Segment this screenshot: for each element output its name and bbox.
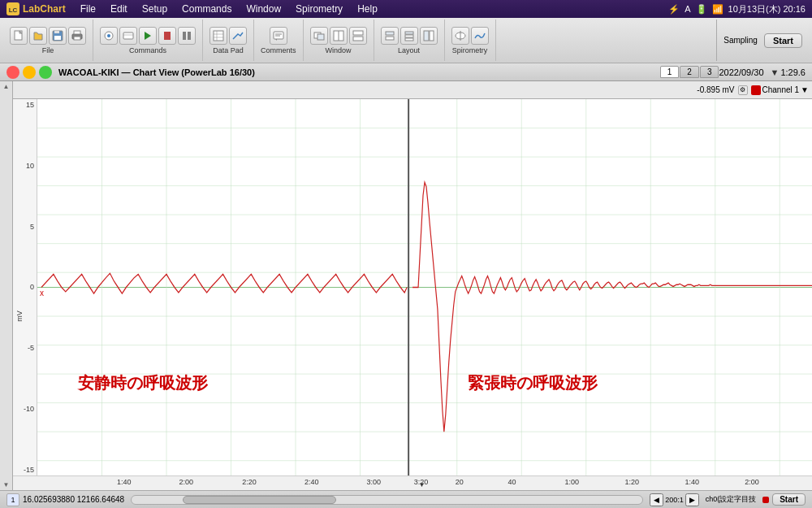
cmd-btn-2[interactable] xyxy=(119,27,137,45)
channel-dropdown-icon[interactable]: ▼ xyxy=(801,85,809,94)
minimize-btn[interactable] xyxy=(23,66,36,79)
chart-tab-3[interactable]: 3 xyxy=(700,66,719,78)
left-panel-top: ▲ xyxy=(3,83,10,90)
x-tick-divider: ▼ xyxy=(419,481,425,488)
menu-commands[interactable]: Commands xyxy=(175,2,238,15)
cmd-btn-1[interactable] xyxy=(100,27,118,45)
zoom-in-button[interactable]: ▶ xyxy=(685,493,699,506)
y-tick-n10: -10 xyxy=(13,405,37,413)
maximize-btn[interactable] xyxy=(39,66,52,79)
scroll-bar[interactable] xyxy=(131,495,643,505)
value-icon[interactable]: ⚙ xyxy=(738,85,748,95)
spirometry-group-label: Spirometry xyxy=(452,46,488,54)
svg-point-10 xyxy=(107,34,110,37)
chart-canvas-area: mV 15 10 5 0 -5 -10 -15 xyxy=(13,99,812,475)
menu-help[interactable]: Help xyxy=(351,2,384,15)
svg-rect-7 xyxy=(74,31,80,34)
svg-rect-37 xyxy=(430,31,434,41)
zoom-out-button[interactable]: ◀ xyxy=(650,493,663,506)
toolbar-spacer xyxy=(496,20,717,61)
x-tick-r40: 40 xyxy=(508,478,516,486)
new-button[interactable] xyxy=(10,27,28,45)
wifi-signal-icon: 📶 xyxy=(712,4,723,15)
status-left: 1 16.025693880 12166.64648 xyxy=(6,493,124,506)
left-signal xyxy=(41,273,407,293)
cmd-btn-5[interactable] xyxy=(178,27,196,45)
bluetooth-icon: ⚡ xyxy=(668,4,680,15)
menu-edit[interactable]: Edit xyxy=(104,2,134,15)
svg-rect-14 xyxy=(164,32,171,40)
window-btn-3[interactable] xyxy=(349,27,367,45)
chart-left-panel: ▲ ▼ xyxy=(0,81,13,490)
svg-marker-13 xyxy=(145,32,151,40)
channel-selector: Channel 1 ▼ xyxy=(751,85,810,95)
status-bar: 1 16.025693880 12166.64648 ◀ 200:1 ▶ ch0… xyxy=(0,490,812,508)
window-buttons xyxy=(310,27,367,45)
status-tab[interactable]: 1 xyxy=(6,493,19,506)
save-button[interactable] xyxy=(49,27,67,45)
datapad-btn-1[interactable] xyxy=(209,27,227,45)
left-panel-bottom: ▼ xyxy=(3,481,10,488)
menu-setup[interactable]: Setup xyxy=(136,2,174,15)
svg-rect-5 xyxy=(54,31,59,33)
menu-file[interactable]: File xyxy=(74,2,102,15)
x-tick-300: 3:00 xyxy=(367,478,382,486)
status-right: ◀ 200:1 ▶ ch0(設定字目技 Start xyxy=(650,493,806,506)
layout-btn-1[interactable] xyxy=(381,27,399,45)
comments-buttons xyxy=(270,27,287,45)
x-tick-200: 2:00 xyxy=(179,478,194,486)
chart-tab-2[interactable]: 2 xyxy=(680,66,699,78)
wifi-icon: A xyxy=(685,4,690,14)
menubar: LC LabChart File Edit Setup Commands Win… xyxy=(0,0,812,18)
value-settings-icon: ⚙ xyxy=(740,86,745,93)
spirometry-btn-1[interactable] xyxy=(451,27,469,45)
close-btn[interactable] xyxy=(6,66,19,79)
status-start-button[interactable]: Start xyxy=(772,493,806,506)
spirometry-btn-2[interactable] xyxy=(471,27,489,45)
y-tick-n5: -5 xyxy=(13,344,37,352)
svg-rect-16 xyxy=(188,32,191,40)
datapad-btn-2[interactable] xyxy=(229,27,247,45)
app-logo: LC LabChart xyxy=(6,2,66,15)
spirometry-buttons xyxy=(451,27,489,45)
menu-spirometry[interactable]: Spirometry xyxy=(289,2,349,15)
menu-window[interactable]: Window xyxy=(240,2,287,15)
labchart-icon: LC xyxy=(6,2,19,15)
x-axis-labels: 1:40 2:00 2:20 2:40 3:00 3:20 ▼ 20 40 1:… xyxy=(62,476,812,490)
comments-btn[interactable] xyxy=(270,27,287,45)
scroll-thumb[interactable] xyxy=(183,496,336,504)
svg-rect-29 xyxy=(353,31,363,35)
datapad-group-label: Data Pad xyxy=(213,46,244,54)
status-coords: 16.025693880 12166.64648 xyxy=(23,495,124,504)
chart-tab-1[interactable]: 1 xyxy=(660,66,680,78)
chart-date: 2022/09/30 xyxy=(719,67,763,77)
layout-group-label: Layout xyxy=(398,46,420,54)
y-tick-10: 10 xyxy=(13,162,37,170)
layout-btn-3[interactable] xyxy=(420,27,438,45)
start-button[interactable]: Start xyxy=(764,33,802,48)
svg-rect-32 xyxy=(386,37,394,40)
y-axis: mV 15 10 5 0 -5 -10 -15 xyxy=(13,99,37,475)
cmd-btn-3[interactable] xyxy=(139,27,157,45)
window-btn-2[interactable] xyxy=(330,27,348,45)
window-btn-1[interactable] xyxy=(310,27,328,45)
toolbar-datapad-group: Data Pad xyxy=(203,20,254,61)
chart-title: WACOAL-KIKI — Chart View (PowerLab 16/30… xyxy=(58,67,660,77)
cmd-btn-4[interactable] xyxy=(158,27,176,45)
x-tick-140: 1:40 xyxy=(117,478,132,486)
y-tick-5: 5 xyxy=(13,223,37,231)
svg-rect-11 xyxy=(123,33,133,39)
sampling-label: Sampling xyxy=(723,36,758,45)
layout-btn-2[interactable] xyxy=(400,27,418,45)
x-tick-r200: 2:00 xyxy=(745,478,759,486)
channel-label: Channel 1 xyxy=(762,85,800,94)
toolbar-spirometry-group: Spirometry xyxy=(445,20,496,61)
file-group-label: File xyxy=(42,46,54,54)
open-button[interactable] xyxy=(29,27,47,45)
app-name: LabChart xyxy=(23,3,66,15)
svg-rect-34 xyxy=(405,35,413,37)
y-tick-0: 0 xyxy=(13,283,37,291)
print-button[interactable] xyxy=(68,27,86,45)
toolbar-commands-group: Commands xyxy=(93,20,203,61)
y-tick-15: 15 xyxy=(13,101,37,109)
